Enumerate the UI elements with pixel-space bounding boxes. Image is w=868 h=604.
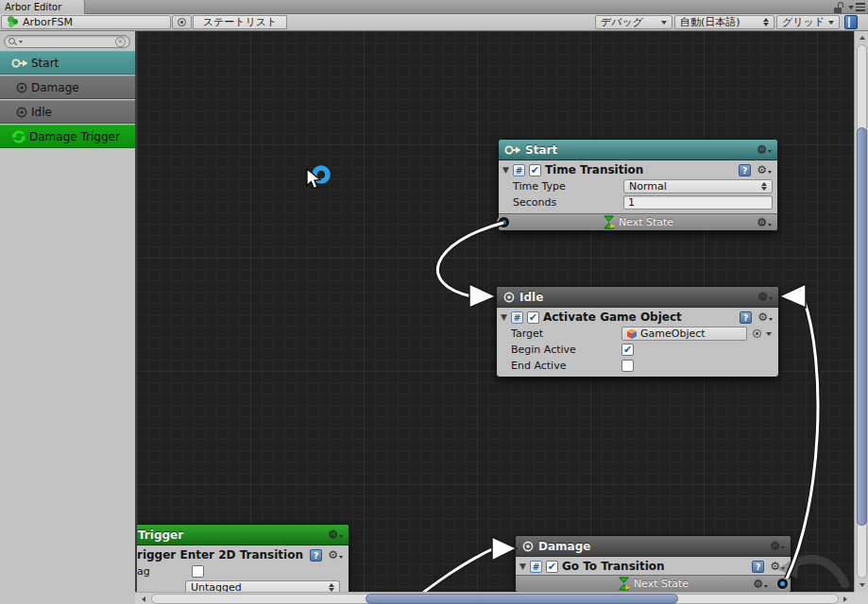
transition-port[interactable]	[497, 215, 511, 229]
search-filter-chevron-icon[interactable]	[19, 41, 23, 43]
behavior-header[interactable]: ▼ # ✔ Go To Transition ? ⚙	[516, 557, 791, 575]
script-icon: #	[530, 561, 542, 573]
horizontal-scrollbar[interactable]	[135, 592, 854, 604]
sidebar-item-start[interactable]: Start	[0, 51, 135, 75]
drag-ring-indicator	[315, 168, 328, 181]
next-state-label: Next State	[634, 578, 689, 590]
field-label: Time Type	[513, 180, 623, 193]
sidebar-item-idle[interactable]: Idle	[0, 100, 135, 124]
behavior-enabled-checkbox[interactable]: ✔	[527, 311, 539, 324]
help-icon[interactable]: ?	[740, 311, 752, 324]
scroll-right-button[interactable]	[839, 593, 852, 604]
tab-state-list[interactable]: ステートリスト	[193, 15, 287, 29]
gear-icon[interactable]: ⚙	[770, 561, 785, 572]
updown-arrows-icon	[329, 583, 334, 592]
updown-arrows-icon	[761, 182, 767, 191]
gear-icon[interactable]: ⚙	[757, 144, 772, 156]
node-start[interactable]: Start ⚙ ▼ # ✔ Time Transition ? ⚙ Time T…	[498, 139, 778, 231]
target-circle-icon	[178, 18, 186, 26]
script-icon: #	[511, 311, 523, 324]
behavior-enabled-checkbox[interactable]: ✔	[546, 561, 558, 573]
help-icon[interactable]: ?	[310, 549, 322, 562]
behavior-title: Time Transition	[545, 163, 643, 176]
node-idle-header[interactable]: Idle ⚙	[497, 287, 778, 308]
behavior-enabled-checkbox[interactable]: ✔	[529, 164, 541, 176]
help-icon[interactable]: ?	[752, 561, 764, 573]
gear-icon[interactable]: ⚙	[328, 529, 343, 541]
chevron-down-icon	[661, 21, 667, 25]
gear-icon[interactable]: ⚙	[328, 549, 343, 561]
foldout-icon[interactable]: ▼	[519, 562, 526, 571]
node-title: Idle	[519, 291, 543, 304]
gear-icon[interactable]: ⚙	[757, 217, 772, 228]
field-label: ag	[137, 565, 192, 578]
hourglass-icon	[618, 577, 630, 591]
vertical-scrollbar[interactable]	[854, 31, 868, 592]
next-state-bar[interactable]: Next State ⚙	[516, 575, 791, 592]
select-graph-button[interactable]	[172, 15, 192, 29]
search-clear-icon[interactable]: ×	[115, 37, 126, 47]
behavior-header[interactable]: ▼ # ✔ Time Transition ? ⚙	[499, 160, 777, 178]
arbor-logo-icon	[7, 16, 19, 28]
next-state-bar[interactable]: Next State ⚙	[499, 213, 777, 230]
node-idle[interactable]: Idle ⚙ ▼ # ✔ Activate Game Object ? ⚙ Ta…	[496, 286, 779, 378]
chevron-down-icon[interactable]	[766, 332, 772, 336]
gear-icon[interactable]: ⚙	[757, 164, 772, 176]
window-tab[interactable]: Arbor Editor	[0, 0, 85, 14]
sidebar-item-damage-trigger[interactable]: Damage Trigger	[0, 125, 135, 148]
state-icon	[15, 106, 28, 119]
window-menu-icon[interactable]	[848, 3, 865, 11]
scroll-left-button[interactable]	[137, 593, 150, 604]
vertical-scroll-thumb[interactable]	[857, 127, 867, 526]
gear-icon[interactable]: ⚙	[757, 292, 773, 303]
sidebar-item-damage[interactable]: Damage	[0, 76, 135, 99]
graph-selector-dropdown[interactable]: ArborFSM	[1, 15, 171, 29]
horizontal-scroll-thumb[interactable]	[366, 594, 678, 604]
mouse-cursor	[307, 169, 320, 189]
scrollbar-corner	[854, 592, 868, 604]
lock-icon[interactable]	[834, 2, 843, 13]
behavior-title: Activate Game Object	[543, 310, 682, 324]
foldout-icon[interactable]: ▼	[501, 313, 507, 322]
arbor-editor-window: Arbor Editor ArborFSM ステートリスト デバッグ 自動(日本…	[0, 0, 868, 604]
sidebar-item-label: Start	[31, 57, 59, 70]
scroll-down-button[interactable]	[855, 579, 868, 592]
gameobject-cube-icon	[626, 328, 638, 340]
hourglass-icon	[603, 215, 615, 229]
foldout-icon[interactable]: ▼	[502, 166, 509, 175]
end-active-checkbox[interactable]	[621, 360, 634, 372]
state-icon	[502, 291, 516, 304]
gear-icon[interactable]: ⚙	[753, 579, 768, 590]
seconds-input[interactable]: 1	[623, 195, 773, 210]
behavior-header[interactable]: rigger Enter 2D Transition ? ⚙	[135, 545, 349, 563]
transition-port[interactable]	[775, 577, 790, 591]
graph-canvas[interactable]: Start ⚙ ▼ # ✔ Time Transition ? ⚙ Time T…	[135, 31, 868, 604]
debug-dropdown[interactable]: デバッグ	[595, 15, 672, 29]
help-icon[interactable]: ?	[739, 164, 751, 176]
target-object-field[interactable]: GameObject	[621, 327, 747, 341]
search-input[interactable]: ×	[4, 35, 130, 48]
script-icon: #	[513, 164, 525, 176]
grid-dropdown[interactable]: グリッド	[776, 15, 840, 29]
scroll-up-button[interactable]	[855, 31, 868, 44]
wire-start-to-idle	[437, 223, 503, 308]
begin-active-checkbox[interactable]: ✔	[621, 344, 634, 356]
gear-icon[interactable]: ⚙	[770, 541, 785, 552]
language-dropdown[interactable]: 自動(日本語)	[674, 15, 774, 29]
time-type-popup[interactable]: Normal	[623, 179, 773, 193]
chevron-down-icon	[828, 21, 834, 25]
grid-dropdown-label: グリッド	[782, 15, 825, 29]
node-start-header[interactable]: Start ⚙	[499, 140, 777, 160]
manual-button[interactable]	[842, 15, 859, 29]
node-damage-header[interactable]: Damage ⚙	[516, 536, 791, 557]
toolbar: ArborFSM ステートリスト デバッグ 自動(日本語) グリッド	[0, 14, 868, 31]
window-titlebar: Arbor Editor	[0, 0, 868, 14]
node-damage[interactable]: Damage ⚙ ▼ # ✔ Go To Transition ? ⚙ Next…	[515, 535, 791, 593]
object-picker-icon[interactable]	[753, 329, 761, 338]
node-damage-trigger-header[interactable]: Trigger ⚙	[135, 525, 349, 545]
tag-override-checkbox[interactable]	[192, 565, 204, 578]
state-list-panel: × Start Damage Idle	[0, 31, 135, 604]
arrow-left-icon	[142, 596, 145, 602]
behavior-header[interactable]: ▼ # ✔ Activate Game Object ? ⚙	[497, 308, 778, 326]
gear-icon[interactable]: ⚙	[757, 311, 773, 323]
